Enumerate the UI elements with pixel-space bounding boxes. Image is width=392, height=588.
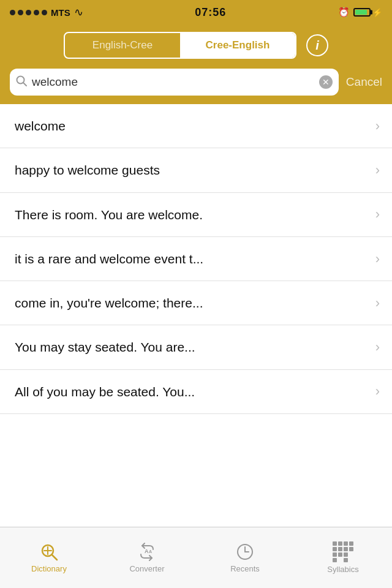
search-input-container[interactable]: ✕	[10, 69, 339, 96]
result-item[interactable]: You may stay seated. You are... ›	[0, 325, 392, 369]
chevron-icon: ›	[375, 206, 380, 222]
search-icon	[16, 75, 27, 89]
charging-icon: ⚡	[372, 8, 382, 17]
tab-recents-label: Recents	[230, 564, 260, 573]
wifi-icon: ∿	[74, 6, 83, 19]
chevron-icon: ›	[375, 162, 380, 178]
battery-icon	[353, 8, 371, 17]
status-right: ⏰ ⚡	[338, 7, 382, 18]
tab-converter-label: Converter	[129, 564, 164, 573]
svg-line-3	[52, 555, 57, 560]
recents-icon	[235, 542, 255, 562]
svg-text:A: A	[149, 549, 152, 554]
status-left: MTS ∿	[10, 6, 83, 19]
search-bar: ✕ Cancel	[0, 69, 392, 104]
carrier-label: MTS	[51, 7, 70, 18]
signal-dots	[10, 10, 47, 15]
header: English-Cree Cree-English i	[0, 24, 392, 69]
result-text: You may stay seated. You are...	[15, 339, 369, 355]
result-text: There is room. You are welcome.	[15, 206, 369, 223]
chevron-icon: ›	[375, 118, 380, 134]
cree-english-tab[interactable]: Cree-English	[180, 33, 295, 58]
english-cree-tab[interactable]: English-Cree	[65, 33, 180, 58]
cancel-button[interactable]: Cancel	[346, 75, 382, 89]
tab-recents[interactable]: Recents	[196, 527, 294, 588]
tab-syllabics-label: Syllabics	[327, 565, 358, 574]
tab-converter[interactable]: A A Converter	[98, 527, 196, 588]
battery-container: ⚡	[353, 8, 382, 17]
results-list: welcome › happy to welcome guests › Ther…	[0, 104, 392, 414]
result-item[interactable]: All of you may be seated. You... ›	[0, 370, 392, 414]
language-segmented-control[interactable]: English-Cree Cree-English	[64, 32, 296, 59]
status-time: 07:56	[195, 6, 226, 19]
result-text: welcome	[15, 118, 369, 134]
tab-dictionary[interactable]: Dictionary	[0, 527, 98, 588]
alarm-icon: ⏰	[338, 7, 350, 18]
tab-syllabics[interactable]: Syllabics	[294, 527, 392, 588]
result-item[interactable]: happy to welcome guests ›	[0, 148, 392, 192]
result-text: All of you may be seated. You...	[15, 383, 369, 400]
status-bar: MTS ∿ 07:56 ⏰ ⚡	[0, 0, 392, 24]
syllabics-icon	[333, 541, 353, 562]
result-item[interactable]: come in, you're welcome; there... ›	[0, 281, 392, 325]
result-item[interactable]: welcome ›	[0, 104, 392, 148]
search-input[interactable]	[32, 75, 314, 89]
svg-line-1	[23, 83, 26, 86]
chevron-icon: ›	[375, 251, 380, 267]
chevron-icon: ›	[375, 295, 380, 311]
result-item[interactable]: it is a rare and welcome event t... ›	[0, 237, 392, 281]
dictionary-icon	[39, 542, 59, 562]
result-item[interactable]: There is room. You are welcome. ›	[0, 193, 392, 237]
info-button[interactable]: i	[306, 34, 328, 56]
battery-fill	[355, 10, 367, 15]
clear-button[interactable]: ✕	[319, 75, 333, 89]
tab-bar: Dictionary A A Converter Recents Syllab	[0, 527, 392, 588]
svg-text:A: A	[145, 548, 149, 554]
result-text: come in, you're welcome; there...	[15, 295, 369, 311]
tab-dictionary-label: Dictionary	[31, 564, 67, 573]
converter-icon: A A	[137, 542, 157, 562]
results-container: welcome › happy to welcome guests › Ther…	[0, 104, 392, 588]
result-text: happy to welcome guests	[15, 162, 369, 178]
chevron-icon: ›	[375, 339, 380, 355]
chevron-icon: ›	[375, 383, 380, 399]
result-text: it is a rare and welcome event t...	[15, 251, 369, 267]
